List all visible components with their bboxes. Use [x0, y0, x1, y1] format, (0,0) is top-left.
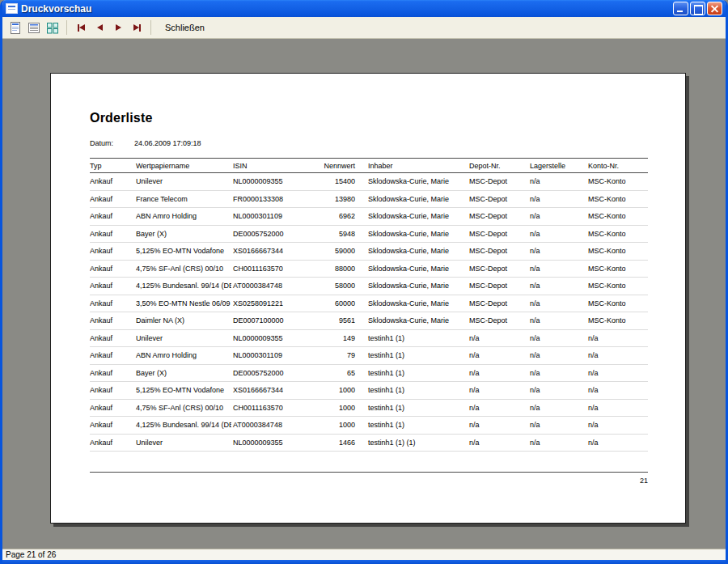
- next-page-icon: [116, 24, 121, 31]
- date-label: Datum:: [90, 139, 134, 147]
- table-cell: AT0000384748: [231, 278, 316, 295]
- previous-page-button[interactable]: [91, 19, 108, 36]
- table-cell: testinh1 (1): [366, 347, 468, 365]
- table-cell: Ankauf: [90, 190, 134, 208]
- table-cell: CH0011163570: [231, 260, 316, 278]
- table-row: AnkaufBayer (X)DE000575200065testinh1 (1…: [90, 364, 648, 382]
- table-cell: n/a: [528, 173, 586, 191]
- table-cell: 58000: [316, 278, 366, 295]
- table-cell: 1000: [316, 382, 366, 400]
- first-page-button[interactable]: [73, 19, 89, 36]
- table-cell: 9561: [316, 312, 366, 330]
- column-header: Lagerstelle: [528, 159, 586, 173]
- titlebar[interactable]: Druckvorschau: [2, 0, 726, 17]
- table-cell: 3,50% EO-MTN Nestle 06/09: [134, 295, 231, 312]
- report-view-glyph: [28, 22, 40, 34]
- table-cell: n/a: [528, 278, 586, 295]
- table-cell: 4,125% Bundesanl. 99/14 (DE): [134, 278, 231, 295]
- table-cell: Sklodowska-Curie, Marie: [366, 208, 468, 226]
- table-cell: Sklodowska-Curie, Marie: [366, 173, 468, 191]
- table-cell: Ankauf: [90, 434, 134, 452]
- column-header: Nennwert: [316, 159, 366, 173]
- table-row: AnkaufDaimler NA (X)DE00071000009561Sklo…: [90, 312, 648, 330]
- table-cell: n/a: [528, 382, 586, 400]
- table-cell: n/a: [528, 243, 586, 261]
- maximize-button[interactable]: [690, 2, 705, 15]
- table-cell: MSC-Konto: [586, 278, 648, 295]
- column-header: Wertpapiername: [134, 159, 231, 173]
- table-cell: FR0000133308: [231, 190, 316, 208]
- statusbar-page-indicator: Page 21 of 26: [6, 550, 56, 559]
- table-cell: MSC-Depot: [468, 312, 528, 330]
- table-cell: Bayer (X): [134, 225, 231, 243]
- table-cell: n/a: [468, 399, 528, 417]
- single-page-view-icon[interactable]: [7, 19, 23, 36]
- minimize-button[interactable]: [673, 2, 688, 15]
- table-cell: Ankauf: [90, 382, 134, 400]
- table-cell: Ankauf: [90, 295, 134, 312]
- table-cell: MSC-Konto: [586, 312, 648, 330]
- table-cell: Ankauf: [90, 243, 134, 261]
- table-row: AnkaufABN Amro HoldingNL000030110979test…: [90, 347, 648, 365]
- table-cell: n/a: [468, 364, 528, 382]
- table-cell: n/a: [586, 347, 648, 365]
- table-cell: ABN Amro Holding: [134, 208, 231, 226]
- table-cell: Sklodowska-Curie, Marie: [366, 295, 468, 312]
- table-cell: n/a: [528, 260, 586, 278]
- table-cell: 5,125% EO-MTN Vodafone: [134, 243, 231, 261]
- table-cell: Ankauf: [90, 364, 134, 382]
- close-window-button[interactable]: [707, 2, 722, 15]
- table-cell: 5948: [316, 225, 366, 243]
- close-preview-button[interactable]: Schließen: [162, 21, 208, 34]
- table-cell: n/a: [586, 417, 648, 435]
- single-page-view-glyph: [9, 22, 22, 34]
- table-row: AnkaufUnileverNL00000093551466testinh1 (…: [90, 434, 648, 452]
- table-cell: n/a: [528, 399, 586, 417]
- table-cell: testinh1 (1): [366, 399, 468, 417]
- table-cell: NL0000301109: [231, 208, 316, 226]
- table-cell: Ankauf: [90, 329, 134, 347]
- next-page-button[interactable]: [110, 19, 126, 36]
- window-bottom-border: [2, 560, 726, 564]
- preview-area[interactable]: Orderliste Datum: 24.06.2009 17:09:18 Ty…: [2, 39, 726, 549]
- table-row: Ankauf4,125% Bundesanl. 99/14 (DE)AT0000…: [90, 417, 648, 435]
- table-row: Ankauf4,75% SF-Anl (CRS) 00/10CH00111635…: [90, 399, 648, 417]
- table-cell: MSC-Depot: [468, 243, 528, 261]
- table-cell: n/a: [528, 225, 586, 243]
- report-view-icon[interactable]: [26, 19, 42, 36]
- table-cell: CH0011163570: [231, 399, 316, 417]
- table-row: Ankauf5,125% EO-MTN VodafoneXS0166667344…: [90, 243, 648, 261]
- table-cell: testinh1 (1): [366, 364, 468, 382]
- table-cell: MSC-Konto: [586, 243, 648, 261]
- table-cell: n/a: [586, 434, 648, 452]
- last-page-button[interactable]: [129, 19, 145, 36]
- table-cell: 4,75% SF-Anl (CRS) 00/10: [134, 260, 231, 278]
- table-row: AnkaufABN Amro HoldingNL00003011096962Sk…: [90, 208, 648, 226]
- report-page: Orderliste Datum: 24.06.2009 17:09:18 Ty…: [50, 73, 686, 524]
- table-cell: 13980: [316, 190, 366, 208]
- table-cell: Unilever: [134, 434, 231, 452]
- date-value: 24.06.2009 17:09:18: [134, 139, 201, 147]
- table-cell: Ankauf: [90, 399, 134, 417]
- print-preview-window: Druckvorschau: [0, 0, 728, 564]
- table-cell: 65: [316, 364, 366, 382]
- order-table: TypWertpapiernameISINNennwertInhaberDepo…: [90, 158, 648, 452]
- table-row: Ankauf4,75% SF-Anl (CRS) 00/10CH00111635…: [90, 260, 648, 278]
- table-cell: MSC-Depot: [468, 225, 528, 243]
- column-header: Typ: [90, 159, 134, 173]
- table-cell: France Telecom: [134, 190, 231, 208]
- multi-page-view-icon[interactable]: [44, 19, 61, 36]
- window-title: Druckvorschau: [21, 3, 670, 15]
- table-cell: 79: [316, 347, 366, 365]
- table-cell: MSC-Konto: [586, 260, 648, 278]
- table-cell: 4,125% Bundesanl. 99/14 (DE): [134, 417, 231, 435]
- table-cell: MSC-Konto: [586, 208, 648, 226]
- table-cell: Ankauf: [90, 208, 134, 226]
- table-cell: Bayer (X): [134, 364, 231, 382]
- table-cell: Ankauf: [90, 260, 134, 278]
- report-page-number: 21: [90, 477, 648, 485]
- table-cell: n/a: [586, 364, 648, 382]
- table-row: AnkaufBayer (X)DE00057520005948Sklodowsk…: [90, 225, 648, 243]
- table-cell: AT0000384748: [231, 417, 316, 435]
- table-cell: MSC-Depot: [468, 208, 528, 226]
